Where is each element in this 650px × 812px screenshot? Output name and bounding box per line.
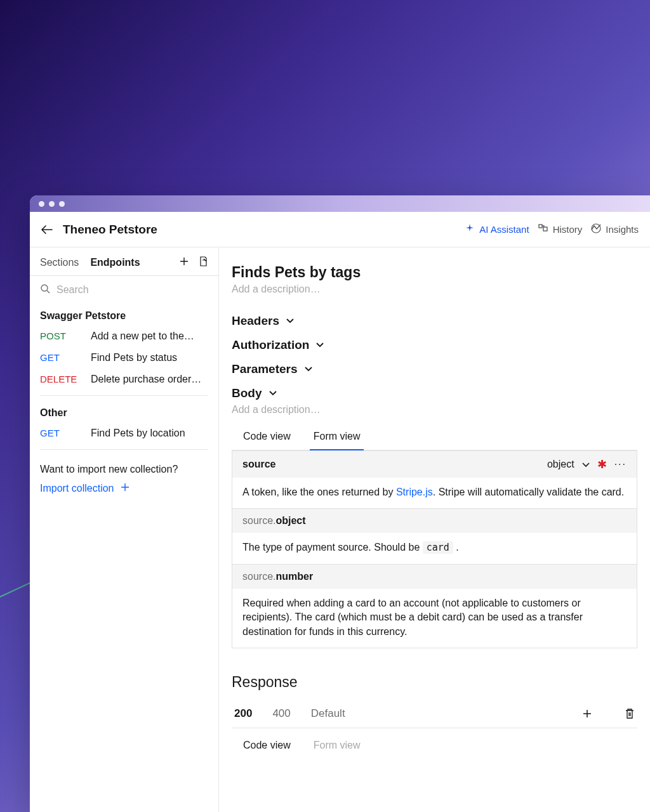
import-prompt: Want to import new collection?	[30, 455, 218, 478]
svg-point-3	[41, 285, 48, 291]
tab-endpoints[interactable]: Endpoints	[90, 257, 140, 268]
endpoint-label: Add a new pet to the…	[91, 331, 194, 342]
import-collection-label: Import collection	[40, 483, 114, 494]
back-arrow-icon[interactable]	[41, 223, 54, 236]
page-title: Theneo Petstore	[63, 223, 157, 237]
param-name: source.number	[242, 571, 313, 582]
param-row: source object ✱ ··· A token, like the on…	[232, 450, 637, 509]
required-star-icon: ✱	[597, 457, 607, 471]
response-tab-code-view[interactable]: Code view	[243, 740, 291, 751]
endpoint-title: Finds Pets by tags	[232, 264, 637, 281]
tab-form-view[interactable]: Form view	[314, 424, 361, 450]
search-input[interactable]	[56, 284, 208, 296]
search-icon	[40, 284, 50, 296]
sidebar: Sections Endpoints Swagger Petstore	[30, 247, 219, 812]
ai-assistant-label: AI Assistant	[479, 224, 529, 235]
divider	[40, 395, 208, 396]
endpoint-row[interactable]: POST Add a new pet to the…	[30, 325, 218, 347]
window-control-min-icon[interactable]	[49, 201, 55, 207]
group-title-swagger: Swagger Petstore	[30, 304, 218, 325]
method-badge: POST	[40, 331, 87, 341]
param-description: A token, like the ones returned by Strip…	[232, 478, 637, 508]
section-body[interactable]: Body	[232, 386, 637, 400]
add-status-icon[interactable]	[581, 708, 593, 719]
insights-link[interactable]: Insights	[591, 223, 639, 235]
status-tab-400[interactable]: 400	[272, 700, 290, 728]
endpoint-label: Find Pets by status	[91, 352, 177, 363]
param-name: source.object	[242, 515, 306, 527]
endpoint-label: Find Pets by location	[91, 428, 185, 439]
param-row: source.object The type of payment source…	[232, 509, 637, 564]
param-type: object	[547, 459, 574, 470]
sparkle-icon	[465, 223, 475, 235]
section-headers[interactable]: Headers	[232, 314, 637, 328]
description-input[interactable]: Add a description…	[232, 284, 637, 295]
tab-sections[interactable]: Sections	[40, 257, 79, 268]
group-title-other: Other	[30, 401, 218, 422]
response-tab-form-view[interactable]: Form view	[314, 740, 361, 751]
svg-rect-1	[543, 227, 547, 231]
history-icon	[538, 223, 548, 235]
import-icon[interactable]	[198, 256, 208, 269]
param-name: source	[242, 459, 275, 470]
chevron-down-icon	[286, 318, 295, 324]
window-titlebar	[30, 195, 650, 212]
endpoint-label: Delete purchase order…	[91, 374, 201, 385]
endpoint-row[interactable]: DELETE Delete purchase order…	[30, 369, 218, 390]
body-description-input[interactable]: Add a description…	[232, 404, 637, 416]
delete-status-icon[interactable]	[625, 708, 635, 719]
section-authorization[interactable]: Authorization	[232, 338, 637, 352]
param-description: Required when adding a card to an accoun…	[232, 589, 637, 648]
svg-rect-0	[539, 225, 542, 228]
chevron-down-icon	[315, 342, 324, 348]
param-description: The type of payment source. Should be ca…	[232, 533, 637, 563]
history-label: History	[553, 224, 583, 235]
chevron-down-icon[interactable]	[582, 459, 590, 470]
status-tab-default[interactable]: Default	[311, 700, 345, 728]
stripe-link[interactable]: Stripe.js	[396, 487, 433, 497]
endpoint-row[interactable]: GET Find Pets by status	[30, 347, 218, 369]
method-badge: GET	[40, 428, 87, 438]
ai-assistant-link[interactable]: AI Assistant	[465, 223, 529, 235]
add-endpoint-icon[interactable]	[179, 256, 189, 269]
import-collection-link[interactable]: Import collection	[30, 478, 218, 499]
param-row: source.number Required when adding a car…	[232, 565, 637, 648]
section-parameters[interactable]: Parameters	[232, 362, 637, 376]
chevron-down-icon	[304, 366, 313, 372]
main-panel: Finds Pets by tags Add a description… He…	[219, 247, 650, 812]
response-heading: Response	[232, 674, 637, 691]
tab-code-view[interactable]: Code view	[243, 424, 291, 450]
endpoint-row[interactable]: GET Find Pets by location	[30, 422, 218, 444]
more-menu-icon[interactable]: ···	[614, 459, 627, 470]
window-control-max-icon[interactable]	[59, 201, 65, 207]
insights-icon	[591, 223, 601, 235]
chevron-down-icon	[269, 390, 277, 396]
window-control-close-icon[interactable]	[39, 201, 44, 207]
app-window: Theneo Petstore AI Assistant History Ins…	[30, 195, 650, 812]
insights-label: Insights	[606, 224, 639, 235]
method-badge: DELETE	[40, 374, 87, 384]
history-link[interactable]: History	[538, 223, 583, 235]
top-bar: Theneo Petstore AI Assistant History Ins…	[30, 212, 650, 247]
method-badge: GET	[40, 352, 87, 363]
status-tab-200[interactable]: 200	[234, 700, 252, 728]
plus-icon	[121, 483, 129, 494]
divider	[40, 449, 208, 450]
